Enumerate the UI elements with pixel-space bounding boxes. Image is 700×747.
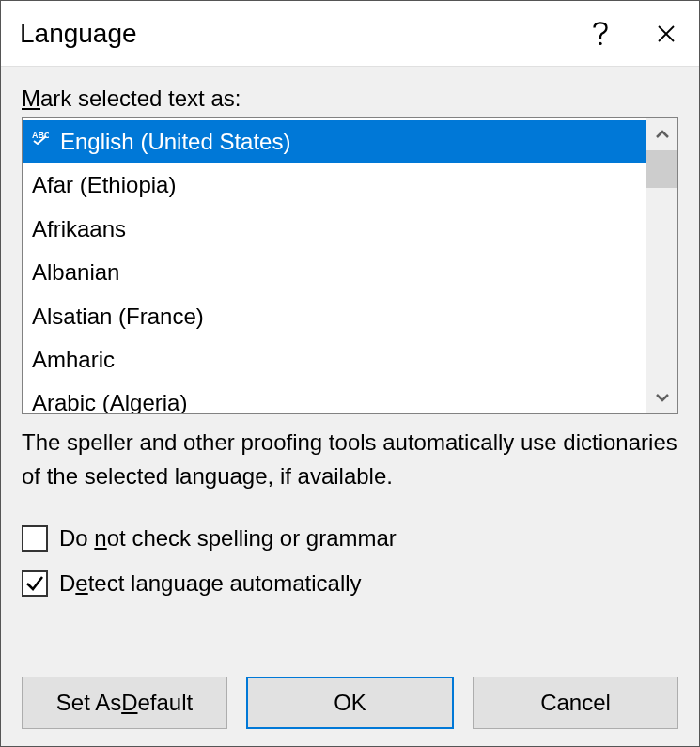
dialog-title: Language [20,19,568,49]
language-item[interactable]: Alsatian (France) [23,295,646,338]
detect-language-label: Detect language automatically [59,570,362,597]
chevron-up-icon [655,130,670,139]
scroll-down-button[interactable] [646,381,677,413]
help-button[interactable] [568,2,633,66]
no-check-spelling-row[interactable]: Do not check spelling or grammar [22,525,678,552]
language-dialog: Language Mark selected text as: ABC [0,0,700,747]
spellcheck-icon: ABC [32,130,49,145]
close-icon [657,24,676,43]
button-row: Set As Default OK Cancel [22,677,678,729]
titlebar: Language [1,1,699,67]
scroll-track[interactable] [646,150,677,381]
no-check-spelling-checkbox[interactable] [22,525,48,552]
help-icon [593,22,608,46]
no-check-spelling-label: Do not check spelling or grammar [59,525,397,552]
chevron-down-icon [655,393,670,402]
scrollbar[interactable] [646,118,677,413]
scroll-up-button[interactable] [646,118,677,150]
dialog-content: Mark selected text as: ABC English (Unit… [1,67,699,746]
language-item[interactable]: Arabic (Algeria) [23,381,646,413]
detect-language-row[interactable]: Detect language automatically [22,570,678,597]
set-default-button[interactable]: Set As Default [22,677,227,729]
language-listbox[interactable]: ABC English (United States) Afar (Ethiop… [23,118,646,413]
language-item[interactable]: Afar (Ethiopia) [23,163,646,207]
detect-language-checkbox[interactable] [22,570,48,597]
language-listbox-container: ABC English (United States) Afar (Ethiop… [22,117,678,414]
svg-text:ABC: ABC [32,131,49,140]
ok-button[interactable]: OK [246,677,454,729]
cancel-button[interactable]: Cancel [473,677,678,729]
language-item[interactable]: Albanian [23,251,646,294]
language-item-selected[interactable]: ABC English (United States) [23,120,646,163]
close-button[interactable] [633,2,699,66]
mark-text-label: Mark selected text as: [22,86,678,112]
scroll-thumb[interactable] [646,150,677,188]
description-text: The speller and other proofing tools aut… [22,426,678,493]
language-item[interactable]: Afrikaans [23,208,646,251]
checkmark-icon [24,573,45,594]
language-item[interactable]: Amharic [23,338,646,381]
svg-point-0 [599,41,601,44]
checkbox-group: Do not check spelling or grammar Detect … [22,525,678,615]
